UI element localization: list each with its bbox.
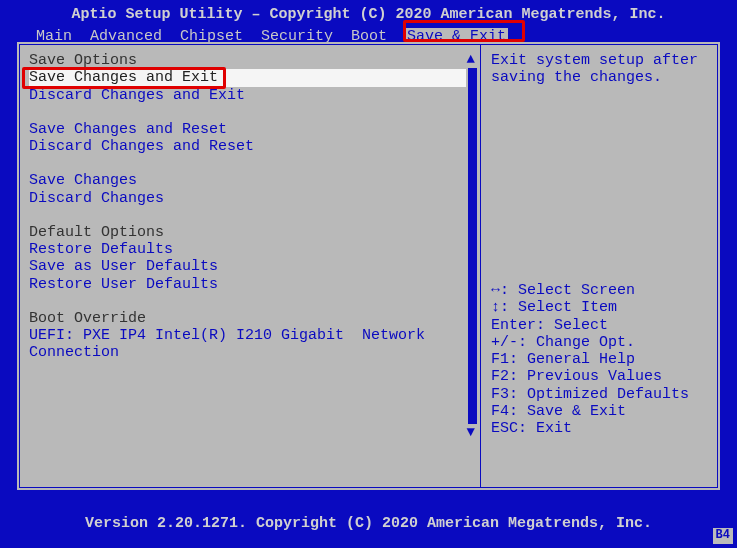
keyhint-f3: F3: Optimized Defaults (491, 386, 708, 403)
keyhint-enter: Enter: Select (491, 317, 708, 334)
section-header-boot-override: Boot Override (29, 310, 466, 327)
item-discard-changes-and-reset[interactable]: Discard Changes and Reset (29, 138, 466, 155)
keyhint-f4: F4: Save & Exit (491, 403, 708, 420)
item-save-changes-and-reset[interactable]: Save Changes and Reset (29, 121, 466, 138)
right-panel: Exit system setup after saving the chang… (481, 44, 718, 488)
item-boot-override-0[interactable]: UEFI: PXE IP4 Intel(R) I210 Gigabit Netw… (29, 327, 466, 362)
keyhint-esc: ESC: Exit (491, 420, 708, 437)
keyhint-select-screen: ↔: Select Screen (491, 282, 708, 299)
bios-screen: Aptio Setup Utility – Copyright (C) 2020… (0, 0, 737, 548)
item-restore-defaults[interactable]: Restore Defaults (29, 241, 466, 258)
left-panel: Save Options Save Changes and Exit Disca… (19, 44, 481, 488)
scroll-down-icon[interactable]: ▼ (467, 424, 475, 440)
scrollbar[interactable] (468, 68, 477, 424)
footer-version: Version 2.20.1271. Copyright (C) 2020 Am… (0, 509, 737, 538)
corner-mark: B4 (713, 528, 733, 544)
key-hints: ↔: Select Screen ↕: Select Item Enter: S… (491, 282, 708, 437)
item-save-changes-and-exit[interactable]: Save Changes and Exit (29, 69, 466, 86)
help-text: Exit system setup after saving the chang… (491, 52, 708, 87)
keyhint-change-opt: +/-: Change Opt. (491, 334, 708, 351)
keyhint-select-item: ↕: Select Item (491, 299, 708, 316)
item-save-changes[interactable]: Save Changes (29, 172, 466, 189)
item-restore-user-defaults[interactable]: Restore User Defaults (29, 276, 466, 293)
content-box: Save Options Save Changes and Exit Disca… (17, 42, 720, 490)
section-header-default-options: Default Options (29, 224, 466, 241)
item-save-as-user-defaults[interactable]: Save as User Defaults (29, 258, 466, 275)
scroll-up-icon[interactable]: ▲ (467, 51, 475, 67)
section-header-save-options: Save Options (29, 52, 466, 69)
keyhint-f1: F1: General Help (491, 351, 708, 368)
page-title: Aptio Setup Utility – Copyright (C) 2020… (0, 6, 737, 26)
item-discard-changes[interactable]: Discard Changes (29, 190, 466, 207)
item-discard-changes-and-exit[interactable]: Discard Changes and Exit (29, 87, 466, 104)
keyhint-f2: F2: Previous Values (491, 368, 708, 385)
